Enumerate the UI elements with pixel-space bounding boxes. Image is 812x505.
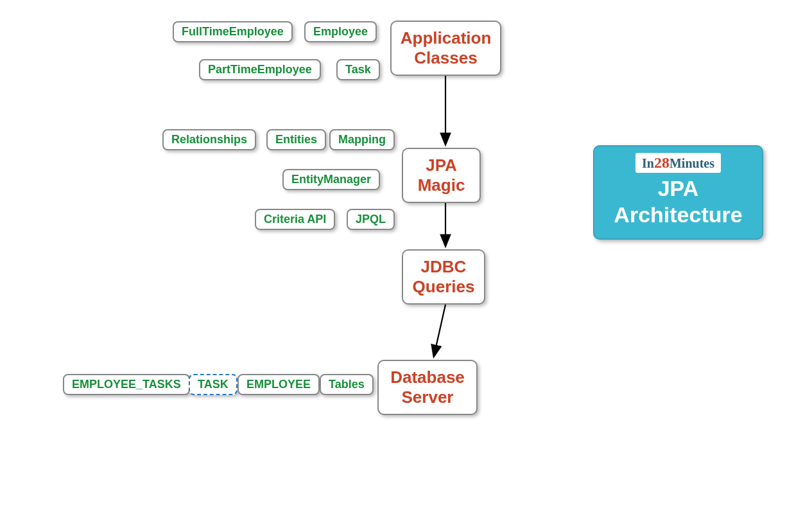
arrow-jdbcqueries-to-databaseserver (434, 305, 445, 356)
label: TASK (198, 378, 229, 391)
label: JDBCQueries (413, 257, 475, 297)
sub-relationships: Relationships (162, 129, 256, 150)
sub-parttimeemployee: PartTimeEmployee (199, 59, 321, 80)
node-jdbc-queries: JDBCQueries (402, 249, 485, 305)
title-line1: JPA (606, 175, 750, 202)
sub-tables: Tables (320, 374, 374, 395)
sub-task: Task (336, 59, 380, 80)
logo-suffix: Minutes (669, 156, 714, 170)
node-database-server: DatabaseServer (377, 360, 478, 415)
sub-employee-upper: EMPLOYEE (238, 374, 320, 395)
logo-in28minutes: In28Minutes (635, 153, 721, 173)
logo-prefix: In (642, 156, 654, 170)
label: DatabaseServer (390, 368, 465, 407)
label: EMPLOYEE (246, 378, 311, 391)
label: PartTimeEmployee (208, 63, 312, 76)
label: Entities (275, 133, 317, 146)
sub-employee: Employee (304, 21, 377, 42)
sub-employee-tasks: EMPLOYEE_TASKS (63, 374, 190, 395)
label: JPAMagic (418, 155, 465, 195)
sub-criteria-api: Criteria API (255, 209, 335, 230)
logo-number: 28 (654, 154, 669, 171)
label: Mapping (338, 133, 386, 146)
label: ApplicationClasses (401, 28, 492, 68)
sub-mapping: Mapping (329, 129, 395, 150)
sub-fulltimeemployee: FullTimeEmployee (173, 21, 293, 42)
sub-task-upper[interactable]: TASK (189, 374, 238, 395)
label: Tables (329, 378, 365, 391)
sub-entities: Entities (266, 129, 326, 150)
title-line2: Architecture (606, 202, 750, 228)
label: FullTimeEmployee (182, 25, 284, 39)
label: JPQL (356, 213, 386, 226)
label: Employee (313, 25, 368, 39)
title-card: In28Minutes JPA Architecture (593, 145, 763, 240)
label: Criteria API (264, 213, 326, 226)
node-application-classes: ApplicationClasses (390, 21, 501, 76)
sub-entitymanager: EntityManager (282, 169, 380, 190)
node-jpa-magic: JPAMagic (402, 148, 481, 203)
label: EMPLOYEE_TASKS (72, 378, 181, 391)
label: EntityManager (291, 173, 371, 186)
label: Task (345, 63, 371, 76)
label: Relationships (171, 133, 247, 146)
sub-jpql: JPQL (347, 209, 395, 230)
